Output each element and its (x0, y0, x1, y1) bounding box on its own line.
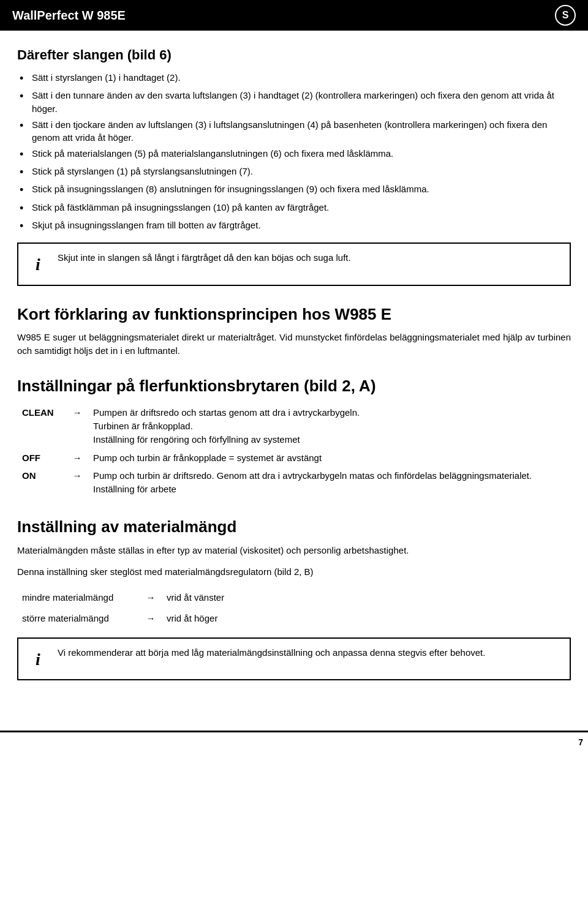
table-row: CLEAN → Pumpen är driftsredo och startas… (17, 404, 571, 448)
settings-table: CLEAN → Pumpen är driftsredo och startas… (17, 404, 571, 498)
header: WallPerfect W 985E S (0, 0, 588, 31)
material-label: mindre materialmängd (17, 587, 140, 608)
content: Därefter slangen (bild 6) •Sätt i styrsl… (0, 31, 588, 706)
header-badge: S (555, 5, 576, 26)
bullet-text: Stick på insugningsslangen (8) anslutnin… (32, 182, 571, 196)
section4-heading: Inställning av materialmängd (17, 516, 571, 539)
page: WallPerfect W 985E S Därefter slangen (b… (0, 0, 588, 921)
table-row: större materialmängd → vrid åt höger (17, 608, 571, 629)
settings-label: CLEAN (17, 404, 66, 448)
bullet-text: Sätt i den tunnare änden av den svarta l… (32, 89, 571, 116)
settings-arrow: → (66, 449, 88, 467)
list-item: •Stick på styrslangen (1) på styrslangsa… (17, 165, 571, 180)
bullet-text: Skjut på insugningsslangen fram till bot… (32, 219, 571, 232)
bullet-text: Sätt i styrslangen (1) i handtaget (2). (32, 71, 571, 85)
bullet-dot: • (20, 201, 28, 216)
settings-label: ON (17, 467, 66, 498)
section4-desc1: Materialmängden måste ställas in efter t… (17, 544, 571, 557)
section2-heading: Kort förklaring av funktionsprincipen ho… (17, 303, 571, 326)
bullet-dot: • (20, 89, 28, 104)
infobox1: i Skjut inte in slangen så långt i färgt… (17, 242, 571, 286)
bullet-dot: • (20, 182, 28, 198)
settings-desc: Pumpen är driftsredo och startas genom a… (88, 404, 571, 448)
list-item: •Sätt i den tjockare änden av luftslange… (17, 118, 571, 145)
section1-heading: Därefter slangen (bild 6) (17, 45, 571, 65)
footer: 7 (0, 731, 588, 748)
bullet-text: Stick på materialslangen (5) på material… (32, 147, 571, 160)
material-desc: vrid åt vänster (162, 587, 571, 608)
settings-arrow: → (66, 467, 88, 498)
section3-heading: Inställningar på flerfunktionsbrytaren (… (17, 375, 571, 398)
list-item: •Sätt i den tunnare änden av den svarta … (17, 89, 571, 116)
bullet-dot: • (20, 147, 28, 162)
info-icon-1: i (28, 251, 48, 277)
material-label: större materialmängd (17, 608, 140, 629)
material-arrow: → (140, 608, 162, 629)
infobox2: i Vi rekommenderar att börja med låg mat… (17, 637, 571, 681)
settings-label: OFF (17, 449, 66, 467)
list-item: •Sätt i styrslangen (1) i handtaget (2). (17, 71, 571, 86)
material-desc: vrid åt höger (162, 608, 571, 629)
settings-desc: Pump och turbin är frånkopplade = system… (88, 449, 571, 467)
table-row: mindre materialmängd → vrid åt vänster (17, 587, 571, 608)
bullet-list-section1: •Sätt i styrslangen (1) i handtaget (2).… (17, 71, 571, 234)
bullet-dot: • (20, 219, 28, 234)
section4-desc2: Denna inställning sker steglöst med mate… (17, 565, 571, 579)
table-row: ON → Pump och turbin är driftsredo. Geno… (17, 467, 571, 498)
bullet-text: Sätt i den tjockare änden av luftslangen… (32, 118, 571, 145)
page-number: 7 (578, 737, 583, 747)
bullet-dot: • (20, 118, 28, 133)
list-item: •Stick på fästklämman på insugningsslang… (17, 201, 571, 216)
material-arrow: → (140, 587, 162, 608)
info-icon-2: i (28, 646, 48, 672)
list-item: •Stick på insugningsslangen (8) anslutni… (17, 182, 571, 198)
infobox2-text: Vi rekommenderar att börja med låg mater… (58, 646, 560, 660)
settings-desc: Pump och turbin är driftsredo. Genom att… (88, 467, 571, 498)
section2-desc: W985 E suger ut beläggningsmaterialet di… (17, 331, 571, 358)
settings-arrow: → (66, 404, 88, 448)
bullet-dot: • (20, 71, 28, 86)
header-title: WallPerfect W 985E (12, 7, 126, 24)
material-table: mindre materialmängd → vrid åt vänster s… (17, 587, 571, 629)
bullet-text: Stick på styrslangen (1) på styrslangsan… (32, 165, 571, 178)
list-item: •Stick på materialslangen (5) på materia… (17, 147, 571, 162)
bullet-dot: • (20, 165, 28, 180)
list-item: •Skjut på insugningsslangen fram till bo… (17, 219, 571, 234)
infobox1-text: Skjut inte in slangen så långt i färgtrå… (58, 251, 560, 265)
table-row: OFF → Pump och turbin är frånkopplade = … (17, 449, 571, 467)
bullet-text: Stick på fästklämman på insugningsslange… (32, 201, 571, 214)
